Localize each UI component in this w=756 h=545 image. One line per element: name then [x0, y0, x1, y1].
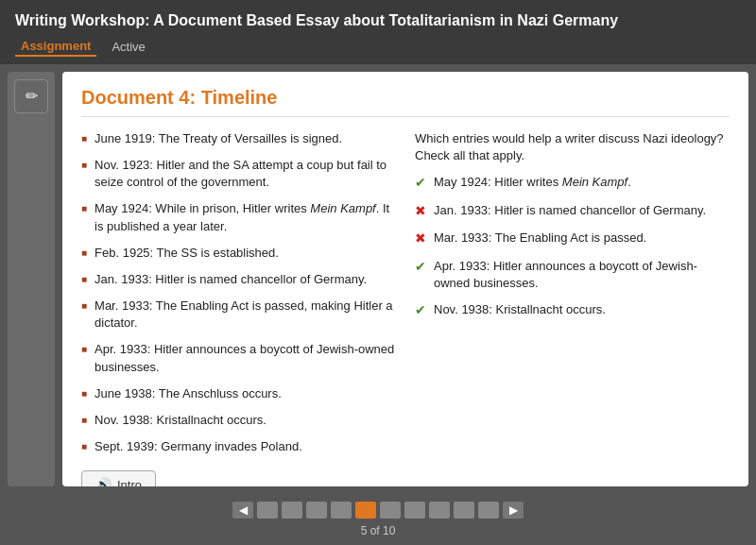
check-icon-1: ✔	[415, 174, 426, 193]
page-btn-3[interactable]	[306, 502, 327, 519]
timeline-text-6: Mar. 1933: The Enabling Act is passed, m…	[94, 298, 396, 332]
check-icon-5: ✔	[415, 301, 426, 320]
timeline-text-10: Sept. 1939: Germany invades Poland.	[94, 438, 302, 455]
page-btn-9[interactable]	[454, 502, 474, 519]
bullet-icon-10: ■	[81, 440, 87, 453]
bullet-icon-5: ■	[81, 273, 87, 286]
sidebar: ✏	[8, 72, 55, 486]
bullet-icon-3: ■	[81, 202, 87, 215]
answer-text-1: May 1924: Hitler writes Mein Kampf.	[434, 174, 631, 191]
next-page-button[interactable]: ▶	[503, 502, 524, 519]
timeline-text-1: June 1919: The Treaty of Versailles is s…	[94, 130, 342, 147]
timeline-item-10: ■ Sept. 1939: Germany invades Poland.	[81, 438, 396, 455]
bullet-icon-8: ■	[81, 387, 87, 400]
answer-text-5: Nov. 1938: Kristallnacht occurs.	[434, 301, 606, 318]
answer-text-3: Mar. 1933: The Enabling Act is passed.	[434, 230, 646, 247]
tab-assignment[interactable]: Assignment	[15, 37, 96, 57]
bullet-icon-6: ■	[81, 299, 87, 313]
header-tabs: Assignment Active	[15, 37, 741, 57]
page-title: Writing Workshop: A Document Based Essay…	[15, 11, 741, 31]
timeline-item-5: ■ Jan. 1933: Hitler is named chancellor …	[81, 271, 396, 288]
answer-item-5: ✔ Nov. 1938: Kristallnacht occurs.	[415, 301, 730, 320]
timeline-text-8: June 1938: The Anschluss occurs.	[94, 385, 282, 402]
answer-text-2: Jan. 1933: Hitler is named chancellor of…	[434, 202, 706, 219]
pagination: ◀ ▶	[232, 502, 524, 519]
intro-button-container: 🔊 Intro	[81, 470, 396, 486]
timeline-text-5: Jan. 1933: Hitler is named chancellor of…	[94, 271, 367, 288]
page-count: 5 of 10	[361, 524, 396, 537]
left-column: ■ June 1919: The Treaty of Versailles is…	[81, 130, 396, 486]
edit-button[interactable]: ✏	[14, 79, 48, 113]
timeline-text-9: Nov. 1938: Kristallnacht occurs.	[94, 412, 266, 429]
right-question: Which entries would help a writer discus…	[415, 130, 730, 164]
bullet-icon-7: ■	[81, 343, 87, 356]
tab-active[interactable]: Active	[106, 38, 150, 56]
timeline-text-3: May 1924: While in prison, Hitler writes…	[94, 200, 396, 234]
answer-item-2: ✖ Jan. 1933: Hitler is named chancellor …	[415, 202, 730, 221]
page-btn-5[interactable]	[355, 502, 376, 519]
footer: ◀ ▶ 5 of 10	[0, 494, 756, 545]
timeline-text-2: Nov. 1923: Hitler and the SA attempt a c…	[94, 157, 396, 191]
bullet-icon-9: ■	[81, 414, 87, 427]
speaker-icon: 🔊	[95, 477, 112, 486]
page-btn-2[interactable]	[282, 502, 302, 519]
timeline-item-1: ■ June 1919: The Treaty of Versailles is…	[81, 130, 396, 147]
bullet-icon-1: ■	[81, 132, 87, 145]
prev-page-button[interactable]: ◀	[232, 502, 253, 519]
check-icon-4: ✔	[415, 258, 426, 277]
timeline-item-6: ■ Mar. 1933: The Enabling Act is passed,…	[81, 298, 396, 332]
answer-item-3: ✖ Mar. 1933: The Enabling Act is passed.	[415, 230, 730, 248]
content-panel: Document 4: Timeline ■ June 1919: The Tr…	[62, 72, 748, 486]
x-icon-3: ✖	[415, 230, 426, 248]
timeline-item-9: ■ Nov. 1938: Kristallnacht occurs.	[81, 412, 396, 429]
timeline-text-4: Feb. 1925: The SS is established.	[94, 245, 279, 262]
columns: ■ June 1919: The Treaty of Versailles is…	[81, 130, 730, 486]
intro-label: Intro	[117, 478, 142, 486]
timeline-item-3: ■ May 1924: While in prison, Hitler writ…	[81, 200, 396, 234]
timeline-item-8: ■ June 1938: The Anschluss occurs.	[81, 385, 396, 402]
intro-button[interactable]: 🔊 Intro	[81, 470, 156, 486]
bullet-icon-4: ■	[81, 247, 87, 260]
answer-text-4: Apr. 1933: Hitler announces a boycott of…	[434, 258, 730, 292]
right-column: Which entries would help a writer discus…	[415, 130, 730, 486]
timeline-item-2: ■ Nov. 1923: Hitler and the SA attempt a…	[81, 157, 396, 191]
main-area: ✏ Document 4: Timeline ■ June 1919: The …	[0, 64, 756, 494]
timeline-item-4: ■ Feb. 1925: The SS is established.	[81, 245, 396, 262]
header: Writing Workshop: A Document Based Essay…	[0, 0, 756, 64]
page-btn-4[interactable]	[331, 502, 352, 519]
timeline-item-7: ■ Apr. 1933: Hitler announces a boycott …	[81, 341, 396, 375]
page-btn-7[interactable]	[404, 502, 425, 519]
page-btn-6[interactable]	[380, 502, 401, 519]
page-btn-1[interactable]	[257, 502, 278, 519]
edit-icon: ✏	[26, 87, 38, 105]
answer-item-1: ✔ May 1924: Hitler writes Mein Kampf.	[415, 174, 730, 193]
timeline-text-7: Apr. 1933: Hitler announces a boycott of…	[94, 341, 396, 375]
page-btn-10[interactable]	[478, 502, 499, 519]
bullet-icon-2: ■	[81, 159, 87, 172]
answer-item-4: ✔ Apr. 1933: Hitler announces a boycott …	[415, 258, 730, 292]
x-icon-2: ✖	[415, 202, 426, 221]
document-title: Document 4: Timeline	[81, 87, 730, 117]
page-btn-8[interactable]	[429, 502, 450, 519]
